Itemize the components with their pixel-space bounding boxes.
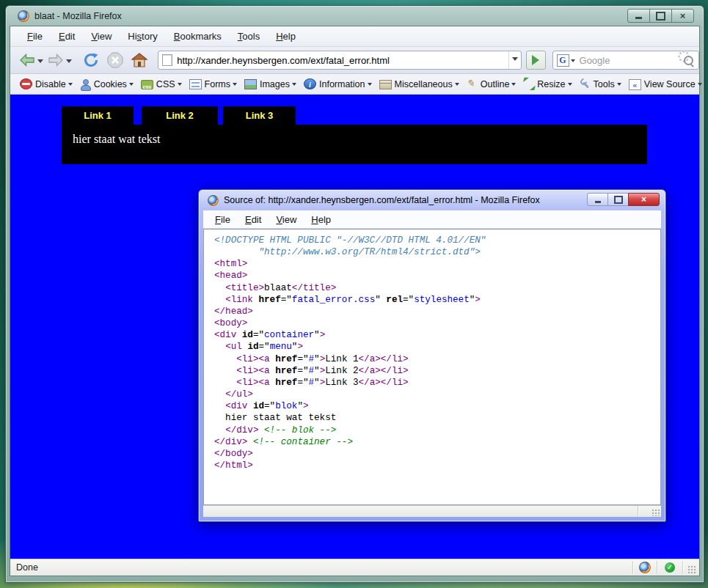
maximize-button[interactable] xyxy=(607,193,629,206)
firefox-icon xyxy=(208,195,219,206)
url-history-dropdown[interactable] xyxy=(508,51,521,69)
url-text[interactable]: http://xander.heynsbergen.com/ext/fatal_… xyxy=(177,55,508,66)
statusbar-separator xyxy=(638,506,638,517)
menu-item-file[interactable]: File xyxy=(19,28,51,45)
source-code-line: </body> xyxy=(214,448,660,460)
close-button[interactable]: × xyxy=(671,9,694,23)
page-link-3[interactable]: Link 3 xyxy=(223,106,296,125)
main-titlebar[interactable]: blaat - Mozilla Firefox × xyxy=(6,6,704,26)
forward-dropdown-caret[interactable] xyxy=(66,59,72,66)
menu-item-help[interactable]: Help xyxy=(304,212,338,227)
code-token: href xyxy=(275,378,297,388)
webdev-view-source[interactable]: View Source xyxy=(625,78,706,90)
code-token: =" xyxy=(264,401,275,411)
go-button[interactable] xyxy=(526,51,546,70)
back-button[interactable] xyxy=(18,51,37,70)
source-code-line: </html> xyxy=(214,460,660,471)
search-input[interactable]: Google xyxy=(580,55,684,66)
code-token xyxy=(258,425,264,436)
minimize-icon xyxy=(595,201,601,203)
search-engine-dropdown[interactable] xyxy=(571,59,575,65)
code-token: =" xyxy=(403,295,414,305)
maximize-button[interactable] xyxy=(649,9,672,23)
forms-icon xyxy=(189,79,202,89)
source-code-line: <li><a href="#">Link 1</a></li> xyxy=(214,353,660,365)
code-token xyxy=(214,283,225,293)
code-token: <li><a xyxy=(236,378,269,388)
search-icon[interactable] xyxy=(684,56,693,65)
close-icon: × xyxy=(641,195,646,204)
webdev-label: Forms xyxy=(205,79,230,89)
source-code-line: </div> <!-- blok --> xyxy=(214,425,660,436)
webdev-outline[interactable]: Outline xyxy=(463,78,520,89)
page-link-2[interactable]: Link 2 xyxy=(142,106,218,125)
resize-grip[interactable] xyxy=(652,509,660,516)
source-window-controls: × xyxy=(588,193,660,206)
code-token: <link xyxy=(225,295,253,305)
source-code-line: </div> <!-- container --> xyxy=(214,436,660,448)
menu-item-file[interactable]: File xyxy=(208,212,238,227)
menu-item-edit[interactable]: Edit xyxy=(238,212,269,227)
close-button[interactable]: × xyxy=(628,193,660,206)
resize-grip[interactable] xyxy=(687,565,696,574)
home-icon xyxy=(131,51,148,69)
home-button[interactable] xyxy=(131,51,150,70)
dropdown-caret-icon xyxy=(698,83,702,88)
source-code-line: <link href="fatal_error.css" rel="styles… xyxy=(214,294,660,306)
webdev-cookies[interactable]: Cookies xyxy=(76,78,137,89)
reload-icon xyxy=(82,51,100,69)
reload-button[interactable] xyxy=(81,51,101,70)
stop-icon xyxy=(106,51,124,69)
firefox-icon xyxy=(18,10,29,22)
code-token: id xyxy=(253,401,264,411)
menu-item-view[interactable]: View xyxy=(83,28,120,45)
code-token: Link 1 xyxy=(325,354,358,364)
webdev-tools[interactable]: Tools xyxy=(576,78,625,89)
back-dropdown-caret[interactable] xyxy=(37,59,43,66)
webdev-miscellaneous[interactable]: Miscellaneous xyxy=(376,78,463,89)
source-code-view[interactable]: <!DOCTYPE HTML PUBLIC "-//W3C//DTD HTML … xyxy=(203,229,661,505)
page-link-1[interactable]: Link 1 xyxy=(62,106,134,125)
maximize-icon xyxy=(656,12,665,21)
webdev-label: Tools xyxy=(594,79,615,89)
source-menubar: FileEditViewHelp xyxy=(203,210,661,229)
code-token: rel xyxy=(386,295,403,305)
webdev-forms[interactable]: Forms xyxy=(186,78,241,89)
dropdown-caret-icon xyxy=(292,83,296,88)
code-token: </head> xyxy=(214,306,253,317)
dropdown-caret-icon xyxy=(68,83,73,88)
stop-button[interactable] xyxy=(106,51,125,70)
code-token xyxy=(247,401,253,411)
url-bar[interactable]: http://xander.heynsbergen.com/ext/fatal_… xyxy=(158,51,522,70)
minimize-button[interactable] xyxy=(627,9,650,23)
source-titlebar[interactable]: Source of: http://xander.heynsbergen.com… xyxy=(199,190,665,210)
maximize-icon xyxy=(614,196,623,204)
webdev-css[interactable]: CSS xyxy=(137,78,186,89)
minimize-button[interactable] xyxy=(587,193,608,206)
page-text: hier staat wat tekst xyxy=(73,133,161,145)
webdev-resize[interactable]: Resize xyxy=(519,78,575,89)
menu-item-tools[interactable]: Tools xyxy=(230,28,268,45)
code-token: href xyxy=(275,366,297,376)
chevron-down-icon xyxy=(512,57,518,64)
source-code-line: </ul> xyxy=(214,389,660,400)
web-developer-toolbar: DisableCookiesCSSFormsImagesInformationM… xyxy=(10,74,699,95)
code-token: =" xyxy=(297,354,308,364)
webdev-images[interactable]: Images xyxy=(241,78,300,89)
menu-item-history[interactable]: History xyxy=(120,28,165,45)
dropdown-caret-icon xyxy=(233,83,237,88)
forward-button[interactable] xyxy=(47,51,66,70)
source-statusbar xyxy=(203,505,661,517)
code-token: "http://www.w3.org/TR/html4/strict.dtd"> xyxy=(214,247,481,257)
statusbar-separator xyxy=(682,561,683,574)
menu-item-view[interactable]: View xyxy=(269,212,304,227)
code-token: </a></li> xyxy=(359,366,409,376)
webdev-information[interactable]: Information xyxy=(300,78,376,89)
webdev-disable[interactable]: Disable xyxy=(16,78,76,89)
menu-item-bookmarks[interactable]: Bookmarks xyxy=(166,28,230,45)
menu-item-help[interactable]: Help xyxy=(268,28,304,45)
check-icon[interactable]: ✓ xyxy=(665,562,675,573)
outline-icon xyxy=(467,78,478,89)
menu-item-edit[interactable]: Edit xyxy=(51,28,83,45)
firefox-icon[interactable] xyxy=(639,562,651,573)
